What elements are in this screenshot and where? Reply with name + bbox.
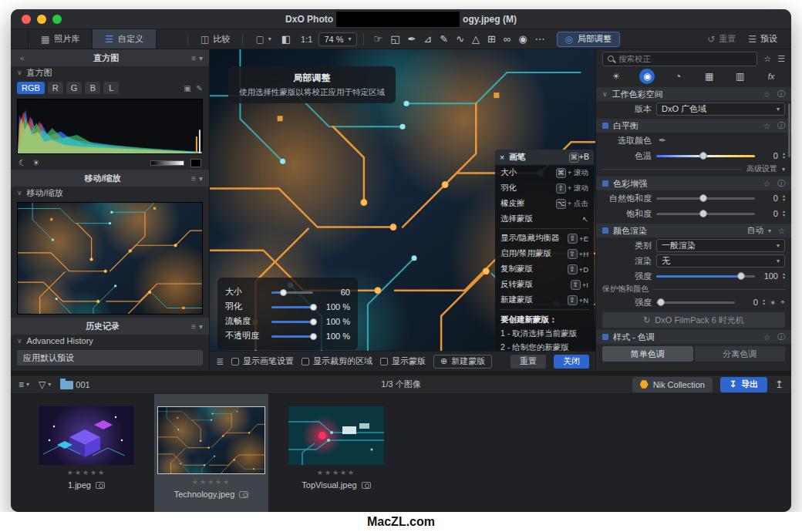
auto-label[interactable]: 自动: [747, 225, 763, 236]
brush-size-slider[interactable]: [271, 288, 313, 296]
stepper[interactable]: ▴▾: [783, 194, 785, 202]
stepper[interactable]: ▴▾: [763, 298, 765, 306]
polygon-tool-icon[interactable]: △: [468, 33, 484, 45]
brush-feather-slider[interactable]: [271, 303, 313, 311]
thumbnail-image[interactable]: [157, 406, 265, 474]
tab-geometry-icon[interactable]: ▥: [733, 69, 748, 84]
intensity-slider[interactable]: [656, 271, 755, 281]
filter-button[interactable]: ▽ ▾: [39, 379, 51, 390]
advanced-settings-row[interactable]: 高级设置 ▾: [596, 163, 791, 174]
local-adjustments-button[interactable]: ◎ 局部调整: [557, 32, 620, 47]
sort-button[interactable]: ≡ ▾: [19, 379, 29, 390]
star-rating[interactable]: ★★★★★: [67, 469, 106, 476]
menu-item-feather[interactable]: 羽化⇧+ 滚动: [495, 180, 594, 196]
nik-collection-button[interactable]: Nik Collection: [632, 377, 713, 392]
split-toning-button[interactable]: 分离色调: [695, 346, 786, 362]
pen-tool-icon[interactable]: ✎: [436, 33, 452, 45]
saturation-slider[interactable]: [656, 209, 755, 219]
tab-detail-icon[interactable]: ▦: [702, 69, 717, 84]
star-rating[interactable]: ★★★★★: [192, 478, 231, 486]
magic-wand-icon[interactable]: ✶: [770, 298, 776, 307]
info-icon[interactable]: ⓘ: [777, 332, 785, 342]
stepper[interactable]: ▴▾: [783, 152, 785, 160]
navigator-section-header[interactable]: 移动/缩放 ≡ ▾: [11, 170, 209, 187]
pen-icon[interactable]: ✎: [197, 84, 203, 93]
shadow-clipping-icon[interactable]: ☾: [19, 158, 26, 168]
color-space-dropdown[interactable]: DxO 广色域 ▾: [656, 103, 785, 116]
category-dropdown[interactable]: 一般渲染 ▾: [656, 239, 785, 252]
new-mask-button[interactable]: ⊕ 新建蒙版: [433, 355, 492, 369]
menu-item-invert-mask[interactable]: 反转蒙版⇧+I: [495, 277, 594, 292]
filmstrip-item-topvisual[interactable]: ★★★★★ TopVisual.jpeg: [279, 394, 393, 512]
menu-icon[interactable]: ≡: [191, 174, 196, 183]
star-icon[interactable]: ☆: [763, 333, 770, 342]
split-view-icon[interactable]: ◧: [278, 33, 295, 45]
reset-button[interactable]: ↺ 重置: [701, 33, 742, 45]
eyedropper-tool-icon[interactable]: ✒: [403, 33, 420, 45]
reset-mask-button[interactable]: 重置: [511, 355, 546, 369]
info-icon[interactable]: ⓘ: [777, 178, 785, 189]
history-subheader[interactable]: ∨ Advanced History: [11, 335, 209, 347]
menu-item-toggle-mask[interactable]: 启用/禁用蒙版⇧+H: [495, 246, 594, 261]
star-icon[interactable]: ☆: [778, 227, 785, 235]
checkbox[interactable]: [231, 358, 239, 365]
temperature-slider[interactable]: [656, 151, 755, 161]
menu-item-toggle-equalizer[interactable]: 显示/隐藏均衡器⇧+E: [495, 231, 594, 246]
history-item-default-preset[interactable]: 应用默认预设: [17, 350, 203, 365]
workspace-section-header[interactable]: ∨ 工作色彩空间 ☆ ⓘ: [596, 87, 791, 101]
horizon-tool-icon[interactable]: ⊿: [420, 33, 436, 45]
checkbox[interactable]: [302, 358, 309, 365]
channel-r-button[interactable]: R: [48, 82, 63, 94]
show-corrections-eye-icon[interactable]: ◉: [514, 33, 531, 45]
search-corrections-input[interactable]: [602, 52, 757, 66]
simple-toning-button[interactable]: 简单色调: [602, 346, 693, 362]
main-image[interactable]: 局部调整 使用选择性蒙版以将校正应用于特定区域 × 画笔 ⌘+B 大小⌘+ 滚动…: [210, 49, 595, 351]
brush-flow-slider[interactable]: [271, 318, 313, 325]
star-icon[interactable]: ☆: [763, 122, 770, 130]
color-rendering-section-header[interactable]: 颜色渲染 自动 ▾ ☆: [596, 224, 791, 237]
channel-b-button[interactable]: B: [85, 82, 100, 94]
menu-item-duplicate-mask[interactable]: 复制蒙版⇧+D: [495, 261, 594, 277]
tab-customize[interactable]: ☰ 自定义: [93, 29, 157, 49]
close-window-button[interactable]: [22, 15, 31, 24]
stepper[interactable]: ▴▾: [783, 272, 785, 280]
filmpack-button[interactable]: ↻ DxO FilmPack 6 时光机: [602, 312, 785, 328]
channel-rgb-button[interactable]: RGB: [17, 82, 45, 94]
protect-intensity-slider[interactable]: [656, 298, 735, 308]
close-local-adjust-button[interactable]: 关闭: [554, 355, 589, 369]
brush-opacity-slider[interactable]: [271, 332, 313, 340]
star-rating[interactable]: ★★★★★: [317, 469, 356, 476]
zoom-window-button[interactable]: [52, 15, 62, 24]
scrollbar[interactable]: [788, 103, 790, 157]
crop-tool-icon[interactable]: ◱: [386, 33, 403, 45]
star-icon[interactable]: ☆: [763, 180, 770, 188]
filmstrip-item-technology-selected[interactable]: ★★★★★ Technology.jpeg: [154, 394, 268, 512]
tab-fx-icon[interactable]: fx: [763, 69, 779, 84]
share-icon[interactable]: ↥: [775, 379, 783, 390]
histogram-section-header[interactable]: « 直方图 ≡ ▾: [11, 49, 209, 66]
zoom-1-1-button[interactable]: 1:1: [295, 35, 318, 44]
enabled-indicator[interactable]: [602, 227, 608, 234]
color-enhance-section-header[interactable]: 色彩增强 ☆ ⓘ: [596, 177, 791, 190]
link-tool-icon[interactable]: ∞: [500, 33, 514, 45]
vibrancy-slider[interactable]: [656, 194, 755, 204]
close-icon[interactable]: ×: [500, 153, 504, 162]
compare-button[interactable]: ◫ 比较: [194, 33, 236, 45]
tab-color-icon[interactable]: ◉: [639, 69, 655, 84]
eyedropper-icon[interactable]: ✒: [659, 135, 666, 146]
export-button[interactable]: ↧ 导出: [720, 377, 767, 392]
rendering-dropdown[interactable]: 无 ▾: [656, 254, 785, 268]
checkbox[interactable]: [380, 358, 388, 365]
search-input[interactable]: [618, 54, 752, 63]
menu-item-select-mask[interactable]: 选择蒙版↖: [495, 211, 594, 227]
view-mode-button[interactable]: ▢ ▾: [249, 34, 277, 45]
white-balance-section-header[interactable]: 白平衡 ☆ ⓘ: [596, 119, 791, 133]
filmstrip-item-1[interactable]: ★★★★★ 1.jpeg: [29, 394, 143, 512]
info-icon[interactable]: ⓘ: [777, 120, 785, 131]
equalizer-icon[interactable]: ≣: [216, 356, 224, 367]
retouch-tool-icon[interactable]: ∿: [452, 33, 468, 45]
navigator-thumbnail[interactable]: [17, 202, 203, 315]
menu-icon[interactable]: ≡: [191, 322, 196, 331]
menu-item-new-mask[interactable]: 新建蒙版⇧+N: [495, 292, 594, 308]
more-tools-icon[interactable]: ⋯: [531, 33, 549, 45]
